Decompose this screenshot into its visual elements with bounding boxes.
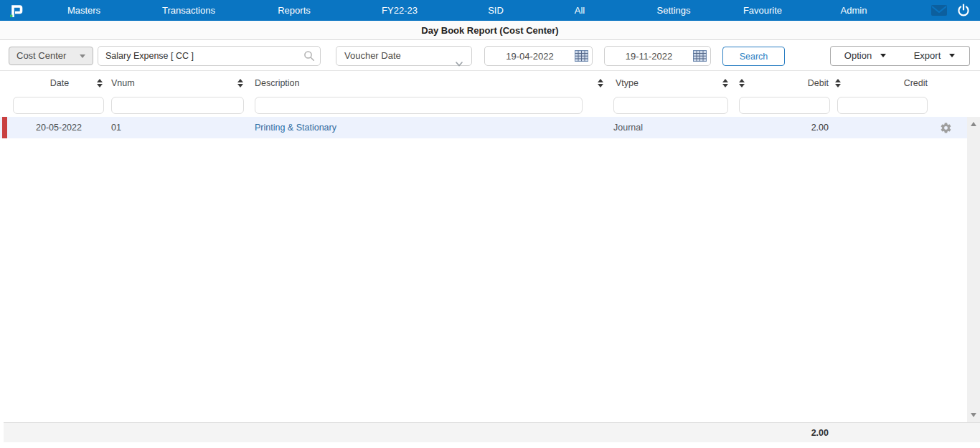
sort-icon-vtype[interactable] (722, 79, 729, 87)
calendar-icon[interactable] (693, 50, 707, 62)
filter-input-credit[interactable] (837, 97, 928, 114)
col-header-description[interactable]: Description (255, 77, 300, 90)
nav-settings[interactable]: Settings (657, 0, 691, 21)
cell-debit: 2.00 (746, 117, 829, 138)
mail-icon[interactable] (931, 5, 947, 16)
nav-fiscal-year[interactable]: FY22-23 (382, 0, 418, 21)
chevron-down-icon (456, 54, 463, 59)
filter-input-description[interactable] (255, 97, 583, 114)
top-navbar: Masters Transactions Reports FY22-23 SID… (0, 0, 980, 21)
cell-vtype: Journal (613, 117, 721, 138)
nav-reports[interactable]: Reports (278, 0, 311, 21)
col-header-credit[interactable]: Credit (847, 77, 928, 90)
table-footer: 2.00 (4, 422, 980, 442)
nav-all[interactable]: All (575, 0, 585, 21)
export-button-label: Export (914, 50, 941, 61)
date-from-field (484, 46, 593, 66)
search-button[interactable]: Search (722, 47, 785, 66)
caret-down-icon (880, 54, 886, 57)
caret-down-icon (949, 54, 955, 57)
sort-icon-vnum[interactable] (237, 79, 244, 87)
cell-credit (847, 117, 928, 138)
debit-total: 2.00 (746, 423, 829, 443)
title-bar: Day Book Report (Cost Center) (0, 21, 980, 40)
filter-toolbar: Cost Center Voucher Date (0, 40, 980, 71)
vertical-scrollbar[interactable] (967, 117, 980, 422)
nav-masters[interactable]: Masters (67, 0, 100, 21)
scroll-down-icon[interactable] (971, 413, 976, 417)
brand-logo-icon[interactable] (7, 1, 26, 20)
caret-down-icon (80, 54, 85, 58)
nav-transactions[interactable]: Transactions (162, 0, 215, 21)
nav-favourite[interactable]: Favourite (743, 0, 782, 21)
col-header-debit[interactable]: Debit (746, 77, 829, 90)
scroll-up-icon[interactable] (971, 122, 976, 126)
nav-sid[interactable]: SID (488, 0, 504, 21)
option-button-label: Option (844, 50, 872, 61)
cell-description-link[interactable]: Printing & Stationary (255, 117, 470, 138)
sort-icon-description[interactable] (598, 79, 604, 87)
account-search-input[interactable] (98, 46, 321, 66)
col-header-vnum[interactable]: Vnum (111, 77, 135, 90)
page-title: Day Book Report (Cost Center) (421, 25, 558, 36)
entity-type-select[interactable]: Cost Center (9, 47, 93, 65)
sort-icon-debit-left[interactable] (739, 79, 745, 87)
col-header-date[interactable]: Date (19, 77, 100, 90)
power-icon[interactable] (956, 3, 971, 17)
gear-icon[interactable] (940, 122, 952, 134)
row-status-marker (2, 117, 7, 138)
account-search-field (98, 46, 321, 66)
date-type-select[interactable]: Voucher Date (336, 46, 472, 66)
table-row[interactable]: 20-05-2022 01 Printing & Stationary Jour… (0, 117, 967, 138)
filter-input-debit[interactable] (739, 97, 830, 114)
nav-admin[interactable]: Admin (841, 0, 867, 21)
col-header-vtype[interactable]: Vtype (616, 77, 639, 90)
sort-icon-credit-left[interactable] (835, 79, 842, 87)
filter-input-date[interactable] (13, 97, 104, 114)
date-type-value: Voucher Date (344, 50, 401, 61)
table-header: Date Vnum Description Vtype Debit Credit (0, 71, 980, 117)
entity-type-value: Cost Center (17, 50, 66, 61)
calendar-icon[interactable] (575, 50, 588, 62)
cell-date: 20-05-2022 (36, 117, 108, 138)
cell-vnum: 01 (111, 117, 183, 138)
filter-input-vnum[interactable] (111, 97, 244, 114)
date-to-field (604, 46, 711, 66)
sort-icon-date[interactable] (97, 79, 103, 87)
search-icon[interactable] (303, 50, 315, 62)
option-button[interactable]: Option (830, 46, 900, 66)
export-button[interactable]: Export (900, 46, 970, 66)
filter-input-vtype[interactable] (613, 97, 728, 114)
